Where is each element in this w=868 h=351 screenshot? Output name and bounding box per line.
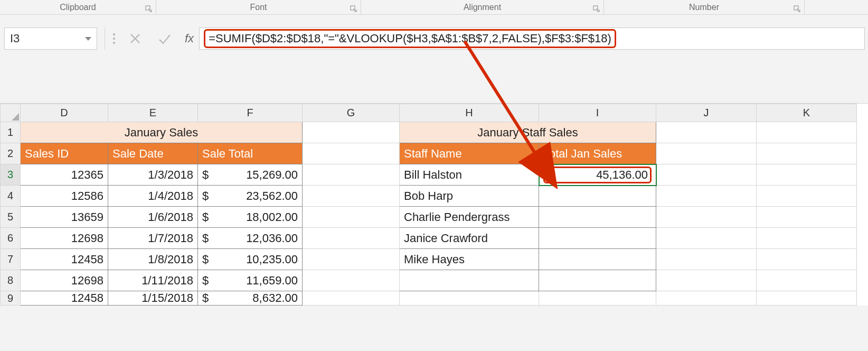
cell-e4[interactable]: 1/4/2018: [108, 186, 198, 207]
cell-e5[interactable]: 1/6/2018: [108, 207, 198, 228]
row-header-6[interactable]: 6: [1, 228, 21, 249]
col-header-e[interactable]: E: [108, 104, 198, 122]
cell-i3[interactable]: $ 45,136.00: [539, 164, 656, 186]
cell-h5[interactable]: Charlie Pendergrass: [400, 207, 539, 228]
cell-e7[interactable]: 1/8/2018: [108, 249, 198, 270]
col-header-j[interactable]: J: [656, 104, 757, 122]
cell-h3[interactable]: Bill Halston: [400, 164, 539, 186]
cell-g7[interactable]: [303, 249, 400, 270]
cell-f5[interactable]: $18,002.00: [198, 207, 303, 228]
row-header-4[interactable]: 4: [1, 186, 21, 207]
cell-d4[interactable]: 12586: [21, 186, 108, 207]
row-header-3[interactable]: 3: [1, 164, 21, 186]
cell-k6[interactable]: [757, 228, 857, 249]
cell-h6[interactable]: Janice Crawford: [400, 228, 539, 249]
cell-d8[interactable]: 12698: [21, 270, 108, 291]
cell-f6[interactable]: $12,036.00: [198, 228, 303, 249]
dialog-launcher-icon[interactable]: [794, 5, 801, 13]
cell-k9[interactable]: [757, 291, 857, 306]
cell-g4[interactable]: [303, 186, 400, 207]
cell-j7[interactable]: [656, 249, 757, 270]
cell-g1[interactable]: [303, 122, 400, 143]
col-header-f[interactable]: F: [198, 104, 303, 122]
cell-d7[interactable]: 12458: [21, 249, 108, 270]
name-box[interactable]: I3: [4, 27, 97, 50]
col-header-g[interactable]: G: [303, 104, 400, 122]
cell-h4[interactable]: Bob Harp: [400, 186, 539, 207]
cell-j5[interactable]: [656, 207, 757, 228]
cell-j6[interactable]: [656, 228, 757, 249]
cell-d5[interactable]: 13659: [21, 207, 108, 228]
row-header-7[interactable]: 7: [1, 249, 21, 270]
dialog-launcher-icon[interactable]: [593, 5, 600, 13]
dropdown-icon[interactable]: [85, 37, 91, 41]
ribbon-group-font: Font: [156, 0, 361, 14]
cell-e6[interactable]: 1/7/2018: [108, 228, 198, 249]
dialog-launcher-icon[interactable]: [350, 5, 357, 13]
cell-i6[interactable]: [539, 228, 656, 249]
cell-e8[interactable]: 1/11/2018: [108, 270, 198, 291]
table1-title[interactable]: January Sales: [21, 122, 303, 143]
spreadsheet-grid[interactable]: D E F G H I J K 1 January Sales January …: [0, 104, 868, 306]
grip-dots-icon: [108, 33, 120, 44]
cell-j1[interactable]: [656, 122, 757, 143]
cell-j8[interactable]: [656, 270, 757, 291]
cell-j2[interactable]: [656, 143, 757, 164]
col-header-h[interactable]: H: [400, 104, 539, 122]
row-header-9[interactable]: 9: [1, 291, 21, 306]
formula-input[interactable]: =SUMIF($D$2:$D$18,"="&VLOOKUP($H3,$A$1:$…: [199, 27, 865, 50]
cell-i7[interactable]: [539, 249, 656, 270]
cell-j4[interactable]: [656, 186, 757, 207]
cell-g5[interactable]: [303, 207, 400, 228]
cell-i9[interactable]: [539, 291, 656, 306]
cell-f4[interactable]: $23,562.00: [198, 186, 303, 207]
cell-k1[interactable]: [757, 122, 857, 143]
cell-i4[interactable]: [539, 186, 656, 207]
cell-f8[interactable]: $11,659.00: [198, 270, 303, 291]
dialog-launcher-icon[interactable]: [145, 5, 153, 13]
table2-header-0[interactable]: Staff Name: [400, 143, 539, 164]
cell-g3[interactable]: [303, 164, 400, 186]
cell-h8[interactable]: [400, 270, 539, 291]
row-header-1[interactable]: 1: [1, 122, 21, 143]
cell-h7[interactable]: Mike Hayes: [400, 249, 539, 270]
select-all-corner[interactable]: [1, 104, 21, 122]
cell-j9[interactable]: [656, 291, 757, 306]
cell-k7[interactable]: [757, 249, 857, 270]
cell-h9[interactable]: [400, 291, 539, 306]
cell-g6[interactable]: [303, 228, 400, 249]
cell-f9[interactable]: $8,632.00: [198, 291, 303, 306]
cell-k8[interactable]: [757, 270, 857, 291]
col-header-i[interactable]: I: [539, 104, 656, 122]
cell-e9[interactable]: 1/15/2018: [108, 291, 198, 306]
table1-header-2[interactable]: Sale Total: [198, 143, 303, 164]
cell-k5[interactable]: [757, 207, 857, 228]
table1-header-1[interactable]: Sale Date: [108, 143, 198, 164]
enter-button[interactable]: [150, 27, 180, 50]
cell-g9[interactable]: [303, 291, 400, 306]
cell-i8[interactable]: [539, 270, 656, 291]
cell-e3[interactable]: 1/3/2018: [108, 164, 198, 186]
row-header-2[interactable]: 2: [1, 143, 21, 164]
cell-g2[interactable]: [303, 143, 400, 164]
cell-d6[interactable]: 12698: [21, 228, 108, 249]
cell-j3[interactable]: [656, 164, 757, 186]
cancel-button[interactable]: [120, 27, 150, 50]
fx-icon[interactable]: fx: [180, 32, 199, 45]
table2-title[interactable]: January Staff Sales: [400, 122, 656, 143]
col-header-k[interactable]: K: [757, 104, 857, 122]
cell-d3[interactable]: 12365: [21, 164, 108, 186]
cell-g8[interactable]: [303, 270, 400, 291]
cell-i5[interactable]: [539, 207, 656, 228]
col-header-d[interactable]: D: [21, 104, 108, 122]
row-header-5[interactable]: 5: [1, 207, 21, 228]
cell-k2[interactable]: [757, 143, 857, 164]
table1-header-0[interactable]: Sales ID: [21, 143, 108, 164]
cell-k3[interactable]: [757, 164, 857, 186]
cell-d9[interactable]: 12458: [21, 291, 108, 306]
row-header-8[interactable]: 8: [1, 270, 21, 291]
cell-f3[interactable]: $15,269.00: [198, 164, 303, 186]
cell-k4[interactable]: [757, 186, 857, 207]
cell-f7[interactable]: $10,235.00: [198, 249, 303, 270]
table2-header-1[interactable]: Total Jan Sales: [539, 143, 656, 164]
